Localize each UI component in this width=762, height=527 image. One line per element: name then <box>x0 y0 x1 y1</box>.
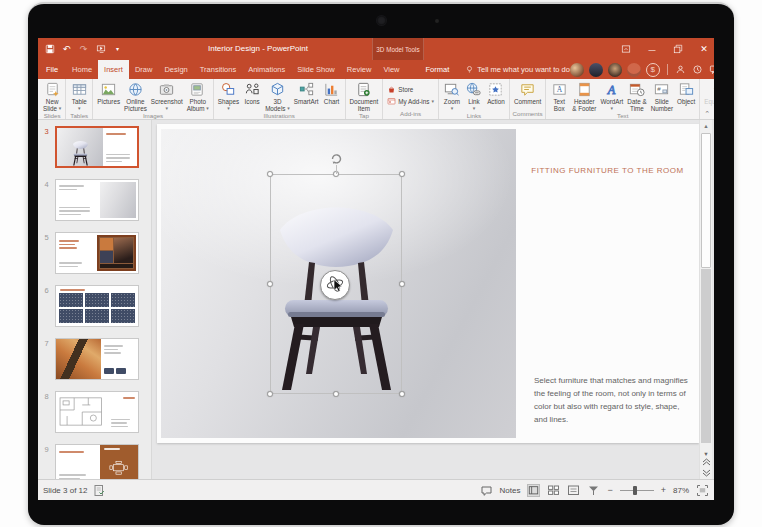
user-avatar[interactable] <box>627 63 641 77</box>
chart-button[interactable]: Chart <box>321 80 343 112</box>
my-add-ins-button[interactable]: My Add-ins▾ <box>387 97 434 106</box>
accessibility-checker-icon[interactable] <box>93 484 106 497</box>
vertical-scrollbar[interactable]: ▲ ▼ <box>699 120 712 479</box>
notes-button[interactable]: Notes <box>500 486 521 495</box>
close-icon[interactable]: ✕ <box>698 43 710 55</box>
restore-icon[interactable] <box>672 43 684 55</box>
customize-qat-icon[interactable]: ▾ <box>112 44 123 55</box>
slide-title-text[interactable]: FITTING FURNITURE TO THE ROOM <box>520 166 695 175</box>
slide-thumbnail-preview[interactable] <box>55 285 139 327</box>
resize-handle[interactable] <box>333 391 339 397</box>
tab-file[interactable]: File <box>38 60 66 79</box>
save-icon[interactable] <box>44 44 55 55</box>
resize-handle[interactable] <box>267 391 273 397</box>
slide-body-text[interactable]: Select furniture that matches and magnif… <box>534 374 690 426</box>
rotation-handle-icon[interactable] <box>329 151 343 165</box>
scroll-down-icon[interactable]: ▼ <box>703 452 708 458</box>
slide-thumbnail-7[interactable]: 7 <box>38 338 151 380</box>
undo-icon[interactable]: ↶ <box>61 44 72 55</box>
slide-thumbnail-9[interactable]: 9 <box>38 444 151 479</box>
icons-button[interactable]: Icons <box>241 80 263 112</box>
slide-thumbnail-preview[interactable] <box>55 391 139 433</box>
tab-format-contextual[interactable]: Format <box>420 60 456 79</box>
collapse-ribbon-icon[interactable]: ⌃ <box>704 110 710 118</box>
tell-me-box[interactable]: Tell me what you want to do <box>465 60 570 79</box>
start-slideshow-icon[interactable] <box>95 44 106 55</box>
document-item-button[interactable]: DocumentItem <box>348 80 381 112</box>
tab-draw[interactable]: Draw <box>129 60 159 79</box>
object-button[interactable]: Object <box>675 80 697 112</box>
pictures-button[interactable]: Pictures <box>95 80 122 112</box>
store-button[interactable]: Store <box>387 85 434 94</box>
photo-album-button[interactable]: PhotoAlbum ▾ <box>185 80 211 112</box>
slide-thumbnail-preview[interactable] <box>55 444 139 479</box>
screenshot-button[interactable]: Screenshot▾ <box>149 80 185 112</box>
slide-thumbnail-6[interactable]: 6 <box>38 285 151 327</box>
tab-design[interactable]: Design <box>158 60 193 79</box>
shapes-button[interactable]: Shapes▾ <box>216 80 241 112</box>
next-slide-icon[interactable] <box>702 469 711 479</box>
3d-models-button[interactable]: 3DModels ▾ <box>263 80 292 112</box>
table-button[interactable]: Table▾ <box>68 80 90 112</box>
scrollbar-track[interactable] <box>701 269 711 443</box>
slide-number-button[interactable]: #SlideNumber <box>649 80 675 112</box>
scroll-up-icon[interactable]: ▲ <box>700 121 712 132</box>
resize-handle[interactable] <box>399 171 405 177</box>
zoom-in-icon[interactable]: + <box>661 486 666 495</box>
slide-canvas[interactable]: FITTING FURNITURE TO THE ROOM Select fur… <box>157 124 699 443</box>
slide-thumbnail-4[interactable]: 4 <box>38 179 151 221</box>
online-pictures-button[interactable]: OnlinePictures <box>122 80 149 112</box>
tab-home[interactable]: Home <box>66 60 98 79</box>
fit-to-window-icon[interactable] <box>696 484 709 497</box>
tab-transitions[interactable]: Transitions <box>194 60 242 79</box>
share-icon[interactable] <box>675 64 687 76</box>
wordart-button[interactable]: AWordArt▾ <box>598 80 625 112</box>
tab-review[interactable]: Review <box>341 60 378 79</box>
new-slide-button[interactable]: NewSlide ▾ <box>41 80 63 112</box>
slide-thumbnail-preview[interactable] <box>55 126 139 168</box>
resize-handle[interactable] <box>267 171 273 177</box>
tab-insert[interactable]: Insert <box>98 60 129 79</box>
zoom-level[interactable]: 87% <box>673 486 689 495</box>
scrollbar-thumb[interactable] <box>701 133 711 268</box>
action-button[interactable]: Action <box>485 80 507 112</box>
user-avatar[interactable] <box>589 63 603 77</box>
slide-thumbnail-preview[interactable] <box>55 338 139 380</box>
user-avatar[interactable] <box>570 63 584 77</box>
slide-thumbnail-5[interactable]: 5 <box>38 232 151 274</box>
comments-icon[interactable] <box>709 64 714 76</box>
normal-view-icon[interactable] <box>527 484 540 497</box>
tab-animations[interactable]: Animations <box>242 60 291 79</box>
zoom-button[interactable]: Zoom▾ <box>441 80 463 112</box>
date-time-button[interactable]: Date &Time <box>625 80 648 112</box>
redo-icon[interactable]: ↷ <box>78 44 89 55</box>
link-button[interactable]: Link▾ <box>463 80 485 112</box>
slide-thumbnail-8[interactable]: 8 <box>38 391 151 433</box>
zoom-slider[interactable] <box>620 486 654 495</box>
previous-slide-icon[interactable] <box>702 458 711 468</box>
3d-rotate-control[interactable] <box>320 270 350 300</box>
zoom-slider-thumb[interactable] <box>633 486 637 495</box>
tab-slide-show[interactable]: Slide Show <box>291 60 341 79</box>
slide-thumbnail-preview[interactable] <box>55 232 139 274</box>
header-footer-button[interactable]: Header& Footer <box>570 80 598 112</box>
reading-view-icon[interactable] <box>567 484 580 497</box>
presence-badge-icon[interactable]: $ <box>646 63 660 77</box>
notes-icon[interactable] <box>480 484 493 497</box>
slide-sorter-view-icon[interactable] <box>547 484 560 497</box>
activity-history-icon[interactable] <box>692 64 704 76</box>
text-box-button[interactable]: ATextBox <box>548 80 570 112</box>
minimize-icon[interactable]: — <box>646 43 658 55</box>
slide-indicator[interactable]: Slide 3 of 12 <box>43 486 87 495</box>
resize-handle[interactable] <box>267 281 273 287</box>
slide-show-icon[interactable] <box>587 484 600 497</box>
smartart-button[interactable]: SmartArt <box>292 80 321 112</box>
zoom-out-icon[interactable]: − <box>607 486 612 495</box>
slide-thumbnail-preview[interactable] <box>55 179 139 221</box>
slide-thumbnail-3[interactable]: 3 <box>38 126 151 168</box>
resize-handle[interactable] <box>399 391 405 397</box>
tab-view[interactable]: View <box>377 60 405 79</box>
resize-handle[interactable] <box>399 281 405 287</box>
ribbon-display-options-icon[interactable] <box>620 43 632 55</box>
user-avatar[interactable] <box>608 63 622 77</box>
